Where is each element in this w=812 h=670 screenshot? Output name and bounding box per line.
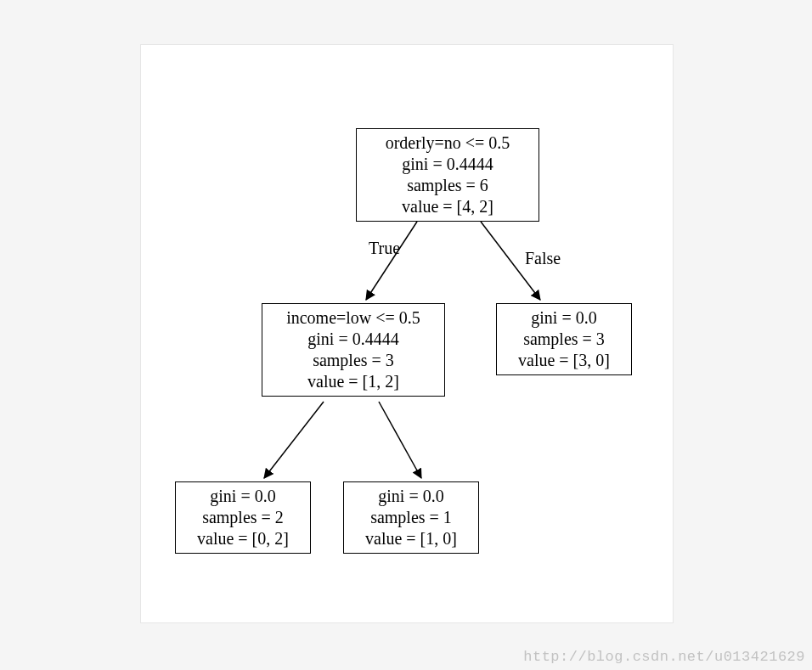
tree-node-lr: gini = 0.0 samples = 1 value = [1, 0] [343,481,479,554]
node-value: value = [4, 2] [364,196,532,217]
node-samples: samples = 3 [504,329,624,350]
node-gini: gini = 0.4444 [269,329,437,350]
node-value: value = [1, 2] [269,371,437,392]
node-samples: samples = 6 [364,175,532,196]
node-gini: gini = 0.0 [183,486,303,507]
tree-node-root: orderly=no <= 0.5 gini = 0.4444 samples … [356,128,539,222]
node-gini: gini = 0.0 [351,486,471,507]
diagram-panel: True False orderly=no <= 0.5 gini = 0.44… [140,44,674,623]
tree-node-left: income=low <= 0.5 gini = 0.4444 samples … [262,303,445,397]
tree-node-right: gini = 0.0 samples = 3 value = [3, 0] [496,303,632,375]
node-samples: samples = 2 [183,507,303,528]
edge-label-true: True [369,239,400,258]
svg-line-0 [366,222,417,300]
edge-label-false: False [525,249,561,268]
node-gini: gini = 0.0 [504,307,624,329]
tree-node-ll: gini = 0.0 samples = 2 value = [0, 2] [175,481,311,554]
node-condition: orderly=no <= 0.5 [364,132,532,154]
node-value: value = [0, 2] [183,528,303,549]
svg-line-3 [379,402,421,478]
node-gini: gini = 0.4444 [364,154,532,175]
decision-tree: True False orderly=no <= 0.5 gini = 0.44… [141,45,673,622]
node-samples: samples = 3 [269,350,437,371]
node-value: value = [3, 0] [504,350,624,371]
node-samples: samples = 1 [351,507,471,528]
watermark-text: http://blog.csdn.net/u013421629 [523,649,805,665]
svg-line-2 [264,402,324,478]
node-condition: income=low <= 0.5 [269,307,437,329]
node-value: value = [1, 0] [351,528,471,549]
